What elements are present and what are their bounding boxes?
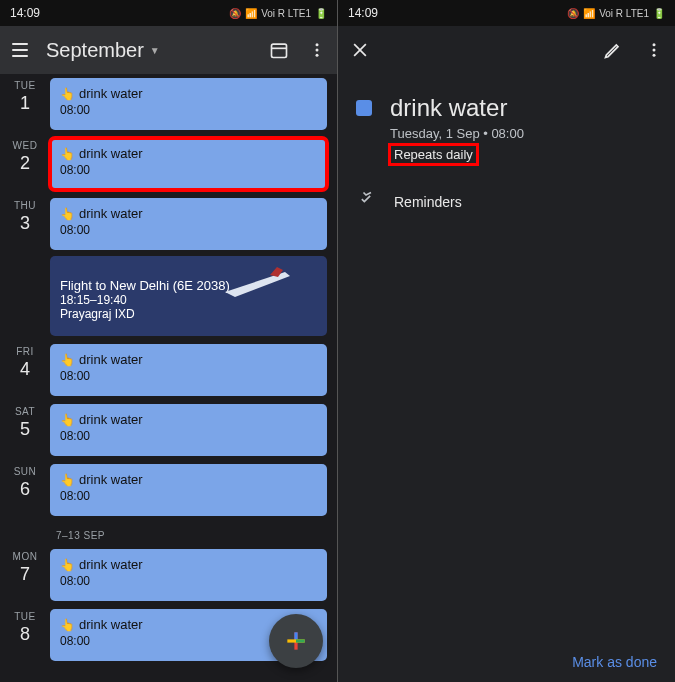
event-card[interactable]: 👆drink water 08:00	[50, 344, 327, 396]
day-weekday: FRI	[0, 346, 50, 357]
day-weekday: TUE	[0, 611, 50, 622]
day-row: TUE 1 👆drink water 08:00	[0, 74, 337, 134]
day-weekday: TUE	[0, 80, 50, 91]
event-time: 08:00	[60, 574, 317, 588]
reminder-hand-icon: 👆	[60, 413, 75, 427]
event-card[interactable]: 👆drink water 08:00	[50, 138, 327, 190]
calendar-screen: 14:09 🔕📶Voi R LTE1🔋 September ▼ TUE 1 👆d…	[0, 0, 337, 682]
airplane-icon	[215, 262, 305, 302]
svg-point-14	[653, 49, 656, 52]
today-icon[interactable]	[267, 38, 291, 62]
reminder-hand-icon: 👆	[60, 207, 75, 221]
day-weekday: SUN	[0, 466, 50, 477]
event-title: 👆drink water	[60, 146, 317, 161]
create-event-fab[interactable]	[269, 614, 323, 668]
svg-marker-5	[225, 272, 290, 297]
more-icon[interactable]	[305, 38, 329, 62]
reminder-hand-icon: 👆	[60, 87, 75, 101]
day-weekday: WED	[0, 140, 50, 151]
day-header[interactable]: WED 2	[0, 134, 50, 194]
event-card[interactable]: 👆drink water 08:00	[50, 78, 327, 130]
events-column: 👆drink water 08:00	[50, 545, 337, 605]
events-column: 👆drink water 08:00 Flight to New Delhi (…	[50, 194, 337, 340]
event-title: 👆drink water	[60, 472, 317, 487]
day-number: 1	[0, 93, 50, 114]
status-time: 14:09	[348, 6, 378, 20]
status-bar: 14:09 🔕📶Voi R LTE1🔋	[0, 0, 337, 26]
reminder-hand-icon: 👆	[60, 473, 75, 487]
svg-point-2	[316, 43, 319, 46]
day-header[interactable]: TUE 8	[0, 605, 50, 665]
reminders-row[interactable]: Reminders	[356, 190, 657, 214]
day-header[interactable]: SUN 6	[0, 460, 50, 520]
day-number: 8	[0, 624, 50, 645]
event-title: 👆drink water	[60, 412, 317, 427]
event-time: 08:00	[60, 429, 317, 443]
day-header[interactable]: TUE 1	[0, 74, 50, 134]
events-column: 👆drink water 08:00	[50, 340, 337, 400]
menu-icon[interactable]	[8, 39, 32, 61]
day-number: 4	[0, 359, 50, 380]
day-header[interactable]: SAT 5	[0, 400, 50, 460]
day-weekday: SAT	[0, 406, 50, 417]
month-label: September	[46, 39, 144, 62]
event-time: 08:00	[60, 489, 317, 503]
chevron-down-icon: ▼	[150, 45, 160, 56]
event-detail-screen: 14:09 🔕📶Voi R LTE1🔋 drink water Tuesday,…	[338, 0, 675, 682]
flight-card[interactable]: Flight to New Delhi (6E 2038) 18:15–19:4…	[50, 256, 327, 336]
events-column: 👆drink water 08:00	[50, 134, 337, 194]
more-icon[interactable]	[645, 41, 663, 59]
day-row: THU 3 👆drink water 08:00 Flight to New D…	[0, 194, 337, 340]
event-card[interactable]: 👆drink water 08:00	[50, 464, 327, 516]
day-weekday: THU	[0, 200, 50, 211]
day-header[interactable]: THU 3	[0, 194, 50, 340]
reminder-hand-icon: 👆	[60, 147, 75, 161]
svg-rect-0	[272, 44, 287, 57]
day-row: SUN 6 👆drink water 08:00	[0, 460, 337, 520]
reminder-icon	[356, 190, 376, 214]
week-range-header: 7–13 SEP	[0, 520, 337, 545]
svg-point-13	[653, 43, 656, 46]
event-time: 08:00	[60, 163, 317, 177]
day-number: 7	[0, 564, 50, 585]
flight-from: Prayagraj IXD	[60, 307, 317, 321]
reminder-hand-icon: 👆	[60, 353, 75, 367]
mark-done-button[interactable]: Mark as done	[572, 654, 657, 670]
edit-icon[interactable]	[603, 40, 623, 60]
day-number: 3	[0, 213, 50, 234]
event-card[interactable]: 👆drink water 08:00	[50, 198, 327, 250]
close-icon[interactable]	[350, 40, 370, 60]
event-time: 08:00	[60, 369, 317, 383]
calendar-header: September ▼	[0, 26, 337, 74]
reminder-hand-icon: 👆	[60, 618, 75, 632]
event-color-swatch	[356, 100, 372, 116]
event-title: 👆drink water	[60, 86, 317, 101]
events-column: 👆drink water 08:00	[50, 400, 337, 460]
svg-point-3	[316, 49, 319, 52]
event-card[interactable]: 👆drink water 08:00	[50, 404, 327, 456]
detail-body: drink water Tuesday, 1 Sep • 08:00 Repea…	[338, 74, 675, 222]
detail-header	[338, 26, 675, 74]
event-title: 👆drink water	[60, 206, 317, 221]
event-card[interactable]: 👆drink water 08:00	[50, 549, 327, 601]
events-column: 👆drink water 08:00	[50, 460, 337, 520]
svg-point-4	[316, 54, 319, 57]
status-indicators: 🔕📶Voi R LTE1🔋	[229, 8, 327, 19]
day-row: MON 7 👆drink water 08:00	[0, 545, 337, 605]
day-header[interactable]: MON 7	[0, 545, 50, 605]
events-column: 👆drink water 08:00	[50, 74, 337, 134]
day-number: 2	[0, 153, 50, 174]
event-title: 👆drink water	[60, 557, 317, 572]
day-row: SAT 5 👆drink water 08:00	[0, 400, 337, 460]
day-row: FRI 4 👆drink water 08:00	[0, 340, 337, 400]
month-selector[interactable]: September ▼	[46, 39, 253, 62]
day-row: WED 2 👆drink water 08:00	[0, 134, 337, 194]
calendar-body[interactable]: TUE 1 👆drink water 08:00 WED 2 👆drink wa…	[0, 74, 337, 682]
day-number: 5	[0, 419, 50, 440]
day-weekday: MON	[0, 551, 50, 562]
status-indicators: 🔕📶Voi R LTE1🔋	[567, 8, 665, 19]
reminders-label: Reminders	[394, 194, 462, 210]
day-header[interactable]: FRI 4	[0, 340, 50, 400]
status-bar: 14:09 🔕📶Voi R LTE1🔋	[338, 0, 675, 26]
status-time: 14:09	[10, 6, 40, 20]
